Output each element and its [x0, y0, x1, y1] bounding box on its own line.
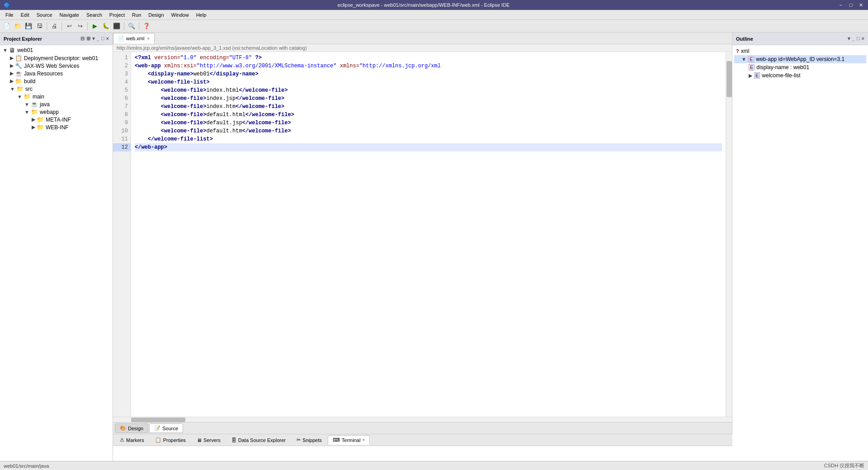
- menu-source[interactable]: Source: [33, 11, 56, 19]
- outline-item-displayname[interactable]: E display-name : web01: [734, 63, 866, 71]
- toolbar-open[interactable]: 📁: [13, 21, 23, 31]
- status-path: web01/src/main/java: [4, 463, 824, 469]
- outline-close-btn[interactable]: ×: [862, 36, 864, 42]
- tree-label-webapp: webapp: [40, 109, 59, 115]
- expand-icon7: ▼: [17, 94, 22, 99]
- toolbar-run[interactable]: ▶: [90, 21, 100, 31]
- menu-window[interactable]: Window: [168, 11, 193, 19]
- xml-displayname-closetag: </display-name>: [210, 71, 259, 77]
- terminal-close-btn[interactable]: ×: [362, 437, 365, 442]
- editor-tab-design[interactable]: 🎨 Design: [115, 423, 148, 433]
- menu-navigate[interactable]: Navigate: [56, 11, 83, 19]
- bottom-tab-snippets[interactable]: ✂ Snippets: [292, 435, 327, 445]
- minimize-button[interactable]: −: [837, 1, 844, 9]
- bottom-tab-terminal[interactable]: ⌨ Terminal ×: [328, 435, 370, 445]
- restore-button[interactable]: □: [847, 1, 854, 9]
- title-bar: 🔷 eclipse_workspave - web01/src/main/web…: [0, 0, 868, 10]
- expand-icon5: ▶: [10, 78, 14, 84]
- collapse-all-btn[interactable]: ⊟: [80, 36, 85, 42]
- tree-item-src[interactable]: ▼ 📁 src: [1, 85, 112, 93]
- vscroll-thumb: [726, 61, 732, 97]
- outline-maximize-btn[interactable]: □: [857, 36, 860, 42]
- toolbar-search[interactable]: 🔍: [127, 21, 137, 31]
- xml-xmlns: xmlns=: [340, 63, 359, 69]
- outline-menu-btn[interactable]: ▾: [848, 36, 850, 42]
- xml-wf6-close: </welcome-file>: [236, 95, 284, 102]
- bottom-tab-properties[interactable]: 📋 Properties: [150, 435, 191, 445]
- editor-content-area[interactable]: 1 2 3 4 5 6 7 8 9 10 11 12 <?xml: [113, 52, 732, 417]
- toolbar-save[interactable]: 💾: [24, 21, 33, 31]
- close-panel-btn[interactable]: ×: [106, 36, 109, 42]
- servers-icon: 🖥: [197, 437, 202, 443]
- line-num-9: 9: [113, 119, 131, 127]
- minimize-panel-btn[interactable]: _: [97, 36, 99, 42]
- line-num-2: 2: [113, 62, 131, 70]
- bottom-tab-markers[interactable]: ⚠ Markers: [115, 435, 149, 445]
- terminal-label: Terminal: [342, 437, 361, 443]
- maximize-panel-btn[interactable]: □: [101, 36, 104, 42]
- project-explorer-title: Project Explorer: [4, 36, 42, 42]
- menu-file[interactable]: File: [2, 11, 17, 19]
- outline-minimize-btn[interactable]: _: [852, 36, 855, 42]
- code-line-8: <welcome-file>default.html</welcome-file…: [135, 111, 722, 119]
- hscroll-thumb: [131, 418, 185, 422]
- outline-tree: ? xml ▼ E web-app id=WebApp_ID version=3…: [732, 45, 868, 461]
- xml-wf6-open: <welcome-file>: [161, 95, 207, 102]
- editor-tab-webxml[interactable]: 📄 web.xml ×: [113, 33, 155, 44]
- link-btn[interactable]: ⊞: [86, 36, 90, 42]
- toolbar-redo[interactable]: ↪: [75, 21, 85, 31]
- outline-item-wfl[interactable]: ▶ E welcome-file-list: [734, 71, 866, 80]
- toolbar-undo[interactable]: ↩: [64, 21, 74, 31]
- xml-wf8-val: default.html: [206, 112, 245, 118]
- outline-icon-xml: ?: [736, 48, 739, 54]
- menu-run[interactable]: Run: [128, 11, 145, 19]
- code-line-4: <welcome-file-list>: [135, 78, 722, 86]
- tree-item-web01[interactable]: ▼ 🖥 web01: [1, 46, 112, 54]
- toolbar-print[interactable]: 🖨: [49, 21, 59, 31]
- vertical-scrollbar[interactable]: [726, 52, 732, 417]
- tree-item-webapp[interactable]: ▼ 📁 webapp: [1, 108, 112, 116]
- toolbar-help[interactable]: ❓: [142, 21, 151, 31]
- bottom-tab-bar: ⚠ Markers 📋 Properties 🖥 Servers 🗄 Data …: [113, 434, 732, 446]
- tree-item-main[interactable]: ▼ 📁 main: [1, 93, 112, 100]
- tree-item-build[interactable]: ▶ 📁 build: [1, 77, 112, 85]
- toolbar-debug[interactable]: 🐛: [101, 21, 111, 31]
- tree-item-meta-inf[interactable]: ▶ 📁 META-INF: [1, 116, 112, 123]
- toolbar-stop[interactable]: ⬛: [112, 21, 122, 31]
- panel-menu-btn[interactable]: ▾: [92, 36, 95, 42]
- tree-item-java-resources[interactable]: ▶ ☕ Java Resources: [1, 70, 112, 77]
- outline-header: Outline ▾ _ □ ×: [732, 33, 868, 45]
- src-icon: 📁: [16, 85, 24, 92]
- tab-close-btn[interactable]: ×: [147, 36, 150, 41]
- horizontal-scrollbar[interactable]: [113, 417, 732, 422]
- xml-val-encoding: "UTF-8": [229, 55, 252, 61]
- snippets-label: Snippets: [302, 437, 322, 443]
- tree-item-web-inf[interactable]: ▶ 📁 WEB-INF: [1, 123, 112, 131]
- toolbar-new[interactable]: 📄: [2, 21, 12, 31]
- menu-edit[interactable]: Edit: [17, 11, 33, 19]
- properties-icon: 📋: [155, 437, 161, 443]
- bottom-tab-datasource[interactable]: 🗄 Data Source Explorer: [226, 436, 291, 445]
- editor-tab-source[interactable]: 📝 Source: [149, 423, 183, 433]
- menu-project[interactable]: Project: [106, 11, 128, 19]
- web-inf-icon: 📁: [37, 124, 44, 131]
- xml-webapptag: <web-app: [135, 63, 161, 69]
- webapp-badge: E: [748, 56, 754, 62]
- menu-help[interactable]: Help: [193, 11, 210, 19]
- xml-attr-version: version=: [154, 55, 180, 61]
- tree-item-deployment[interactable]: ▶ 📋 Deployment Descriptor: web01: [1, 54, 112, 62]
- main-toolbar: 📄 📁 💾 🖫 🖨 ↩ ↪ ▶ 🐛 ⬛ 🔍 ❓: [0, 20, 868, 33]
- design-tab-icon: 🎨: [120, 425, 126, 431]
- design-tab-label: Design: [128, 426, 143, 431]
- tree-label-java: java: [40, 101, 50, 108]
- close-button[interactable]: ✕: [857, 1, 864, 9]
- toolbar-save-all[interactable]: 🖫: [34, 21, 44, 31]
- outline-item-webapp[interactable]: ▼ E web-app id=WebApp_ID version=3.1: [734, 55, 866, 63]
- tree-item-java[interactable]: ▼ ☕ java: [1, 100, 112, 108]
- tree-item-jaxws[interactable]: ▶ 🔧 JAX-WS Web Services: [1, 62, 112, 70]
- bottom-tab-servers[interactable]: 🖥 Servers: [192, 436, 226, 445]
- code-content[interactable]: <?xml version="1.0" encoding="UTF-8" ?> …: [131, 52, 726, 417]
- menu-design[interactable]: Design: [145, 11, 167, 19]
- menu-search[interactable]: Search: [83, 11, 106, 19]
- outline-item-xml[interactable]: ? xml: [734, 47, 866, 55]
